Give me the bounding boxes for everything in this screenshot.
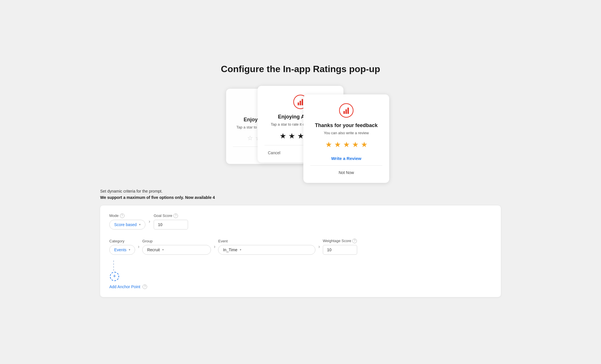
svg-rect-11: [347, 108, 349, 114]
mode-label: Mode ?: [109, 213, 145, 218]
goal-score-label: Goal Score ?: [154, 213, 188, 218]
category-arrow-icon: ›: [138, 244, 139, 249]
weightage-field: Weightage Score ?: [323, 239, 357, 255]
write-review-link[interactable]: Write a Review: [310, 154, 382, 163]
card-front: Thanks for your feedback You can also wr…: [303, 94, 389, 183]
add-row: +: [109, 272, 492, 281]
add-anchor-link[interactable]: Add Anchor Point: [109, 284, 140, 289]
event-field: Event In_Time ▾: [218, 239, 315, 255]
mode-select[interactable]: Score based ▾: [109, 220, 145, 230]
svg-rect-6: [300, 101, 301, 105]
add-criteria-button[interactable]: +: [110, 272, 119, 281]
svg-rect-7: [302, 99, 303, 105]
mode-field-group: Mode ? Score based ▾: [109, 213, 145, 230]
page-title: Configure the In-app Ratings pop-up: [100, 64, 501, 74]
category-field: Category Events ▾: [109, 239, 135, 255]
mode-goal-row: Mode ? Score based ▾ › Goal Score ?: [109, 213, 492, 230]
card-front-stars: ★ ★ ★ ★ ★: [310, 140, 382, 149]
event-select[interactable]: In_Time ▾: [218, 245, 315, 255]
group-field: Group Recruit ▾: [142, 239, 211, 255]
event-label: Event: [218, 239, 315, 243]
event-arrow-icon: ›: [318, 244, 320, 249]
mode-select-wrapper: Score based ▾: [109, 220, 145, 230]
group-arrow-icon: ›: [214, 244, 215, 249]
weightage-label: Weightage Score ?: [323, 239, 357, 243]
card-front-icon: [310, 103, 382, 119]
config-description: Set dynamic criteria for the prompt.: [100, 189, 501, 193]
svg-rect-9: [343, 111, 345, 114]
group-select[interactable]: Recruit ▾: [142, 245, 211, 255]
anchor-help-icon[interactable]: ?: [143, 284, 147, 289]
config-section: Set dynamic criteria for the prompt. We …: [100, 189, 501, 297]
anchor-section: Add Anchor Point ?: [109, 284, 492, 289]
mode-chevron-icon: ▾: [139, 223, 141, 226]
goal-score-help-icon[interactable]: ?: [173, 213, 178, 218]
config-warning: We support a maximum of five options onl…: [100, 195, 501, 200]
svg-rect-5: [298, 102, 299, 105]
category-select[interactable]: Events ▾: [109, 245, 135, 255]
event-chevron-icon: ▾: [240, 248, 241, 251]
cards-preview: Enjoying Apptics? Tap a star to rate it …: [100, 86, 501, 177]
card-front-title: Thanks for your feedback: [310, 122, 382, 128]
cancel-button[interactable]: Cancel: [264, 149, 284, 157]
card-front-not-now[interactable]: Not Now: [310, 168, 382, 177]
weightage-input[interactable]: [323, 245, 357, 255]
criteria-row: Category Events ▾ › Group Recruit ▾: [109, 239, 492, 255]
dotted-line: [113, 260, 492, 271]
goal-score-input[interactable]: [154, 220, 188, 230]
category-chevron-icon: ▾: [129, 248, 130, 251]
weightage-help-icon[interactable]: ?: [352, 239, 357, 243]
mode-arrow-icon: ›: [149, 219, 150, 224]
goal-score-field-group: Goal Score ?: [154, 213, 188, 230]
card-front-subtitle: You can also write a review: [310, 130, 382, 136]
config-card: Mode ? Score based ▾ › Goal Score ?: [100, 205, 501, 297]
mode-help-icon[interactable]: ?: [120, 213, 124, 218]
group-chevron-icon: ▾: [162, 248, 164, 251]
category-label: Category: [109, 239, 135, 243]
svg-rect-10: [345, 109, 347, 114]
group-label: Group: [142, 239, 211, 243]
